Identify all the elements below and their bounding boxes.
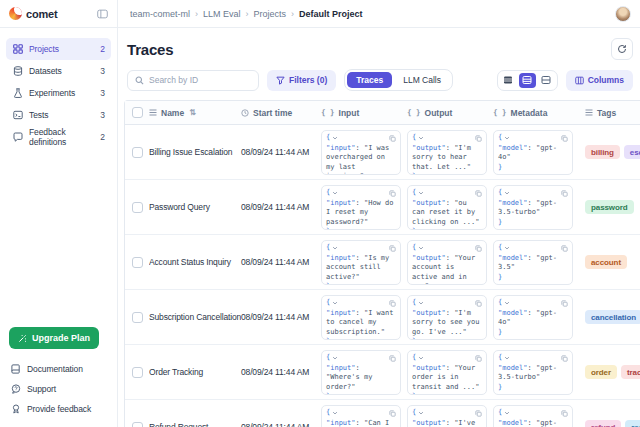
sidebar-item-feedback-definitions[interactable]: Feedback definitions 2 <box>6 126 111 148</box>
chevron-down-icon[interactable] <box>418 245 424 251</box>
density-compact-button[interactable] <box>500 73 517 88</box>
copy-icon[interactable] <box>561 190 568 197</box>
user-avatar[interactable] <box>615 6 631 22</box>
tag-chip[interactable]: request <box>625 420 640 427</box>
output-cell[interactable]: { "output": "I'm sorry to hear that. Let… <box>407 130 487 175</box>
metadata-cell[interactable]: { "model": "gpt-3.5-turbo" } <box>493 350 573 395</box>
tag-chip[interactable]: account <box>585 255 627 269</box>
copy-icon[interactable] <box>475 410 482 417</box>
chevron-down-icon[interactable] <box>504 135 510 141</box>
output-cell[interactable]: { "output": "Your account is active and … <box>407 240 487 285</box>
row-checkbox[interactable] <box>132 257 143 268</box>
trace-name[interactable]: Billing Issue Escalation <box>149 147 241 157</box>
copy-icon[interactable] <box>389 245 396 252</box>
row-checkbox[interactable] <box>132 422 143 427</box>
comet-logo[interactable]: comet <box>9 7 57 20</box>
copy-icon[interactable] <box>389 300 396 307</box>
copy-icon[interactable] <box>475 245 482 252</box>
upgrade-plan-button[interactable]: Upgrade Plan <box>9 327 99 349</box>
copy-icon[interactable] <box>561 410 568 417</box>
output-cell[interactable]: { "output": "I'm sorry to see you go. I'… <box>407 295 487 340</box>
copy-icon[interactable] <box>475 190 482 197</box>
column-header-output[interactable]: { } Output <box>407 108 493 118</box>
chevron-down-icon[interactable] <box>418 190 424 196</box>
metadata-cell[interactable]: { "model": "gpt-3.5-turbo" } <box>493 185 573 230</box>
copy-icon[interactable] <box>561 245 568 252</box>
sidebar-item-experiments[interactable]: Experiments 3 <box>6 82 111 104</box>
tab-traces[interactable]: Traces <box>347 72 392 88</box>
trace-name[interactable]: Subscription Cancellation <box>149 312 241 322</box>
metadata-cell[interactable]: { "model": "gpt-4o" } <box>493 295 573 340</box>
copy-icon[interactable] <box>475 135 482 142</box>
input-cell[interactable]: { "input": "I want to cancel my subscrip… <box>321 295 401 340</box>
row-checkbox[interactable] <box>132 367 143 378</box>
input-cell[interactable]: { "input": "Can I get a refund for my la… <box>321 405 401 427</box>
output-cell[interactable]: { "output": "ou can reset it by clicking… <box>407 185 487 230</box>
table-row[interactable]: Password Query 08/09/24 11:44 AM { "inpu… <box>125 180 640 235</box>
chevron-down-icon[interactable] <box>418 300 424 306</box>
sidebar-item-projects[interactable]: Projects 2 <box>6 38 111 60</box>
table-row[interactable]: Refund Request 08/09/24 11:44 AM { "inpu… <box>125 400 640 427</box>
tag-chip[interactable]: escalation <box>624 145 640 159</box>
columns-button[interactable]: Columns <box>566 70 633 91</box>
chevron-down-icon[interactable] <box>504 300 510 306</box>
column-header-tags[interactable]: Tags <box>579 108 640 118</box>
sidebar-item-provide-feedback[interactable]: Provide feedback <box>6 399 111 419</box>
input-cell[interactable]: { "input": "Is my account still active?"… <box>321 240 401 285</box>
sidebar-item-support[interactable]: Support <box>6 379 111 399</box>
tag-chip[interactable]: password <box>585 200 634 214</box>
copy-icon[interactable] <box>389 135 396 142</box>
chevron-down-icon[interactable] <box>332 190 338 196</box>
search-input[interactable] <box>149 75 251 85</box>
sidebar-item-datasets[interactable]: Datasets 3 <box>6 60 111 82</box>
tag-chip[interactable]: order <box>585 365 617 379</box>
breadcrumb-workspace[interactable]: team-comet-ml <box>130 9 190 19</box>
chevron-down-icon[interactable] <box>504 355 510 361</box>
chevron-down-icon[interactable] <box>504 245 510 251</box>
trace-name[interactable]: Password Query <box>149 202 241 212</box>
sidebar-item-documentation[interactable]: Documentation <box>6 359 111 379</box>
row-checkbox[interactable] <box>132 147 143 158</box>
trace-name[interactable]: Account Status Inquiry <box>149 257 241 267</box>
table-row[interactable]: Subscription Cancellation 08/09/24 11:44… <box>125 290 640 345</box>
tag-chip[interactable]: refund <box>585 420 621 427</box>
column-header-input[interactable]: { } Input <box>321 108 407 118</box>
row-checkbox[interactable] <box>132 202 143 213</box>
chevron-down-icon[interactable] <box>504 410 510 416</box>
search-box[interactable] <box>127 70 259 91</box>
sidebar-toggle-icon[interactable] <box>97 9 108 19</box>
chevron-down-icon[interactable] <box>418 410 424 416</box>
copy-icon[interactable] <box>475 300 482 307</box>
column-header-start-time[interactable]: Start time <box>241 108 321 118</box>
input-cell[interactable]: { "input": "How do I reset my password?"… <box>321 185 401 230</box>
metadata-cell[interactable]: { "model": "gpt-3.5" } <box>493 405 573 427</box>
select-all-checkbox[interactable] <box>132 107 143 118</box>
density-tall-button[interactable] <box>538 73 555 88</box>
chevron-down-icon[interactable] <box>332 410 338 416</box>
row-checkbox[interactable] <box>132 312 143 323</box>
breadcrumb-llm-eval[interactable]: LLM Eval <box>203 9 241 19</box>
metadata-cell[interactable]: { "model": "gpt-3.5" } <box>493 240 573 285</box>
filters-button[interactable]: Filters (0) <box>267 70 336 91</box>
column-header-name[interactable]: Name ⇅ <box>149 108 241 118</box>
copy-icon[interactable] <box>389 410 396 417</box>
tag-chip[interactable]: billing <box>585 145 620 159</box>
sidebar-item-tests[interactable]: Tests 3 <box>6 104 111 126</box>
tab-llm-calls[interactable]: LLM Calls <box>394 72 450 88</box>
tag-chip[interactable]: tracking <box>621 365 640 379</box>
chevron-down-icon[interactable] <box>418 135 424 141</box>
copy-icon[interactable] <box>389 190 396 197</box>
chevron-down-icon[interactable] <box>504 190 510 196</box>
input-cell[interactable]: { "input": "Where's my order?" } <box>321 350 401 395</box>
table-row[interactable]: Billing Issue Escalation 08/09/24 11:44 … <box>125 125 640 180</box>
column-header-metadata[interactable]: { } Metadata <box>493 108 579 118</box>
trace-name[interactable]: Order Tracking <box>149 367 241 377</box>
sort-icon[interactable]: ⇅ <box>189 108 196 117</box>
table-row[interactable]: Account Status Inquiry 08/09/24 11:44 AM… <box>125 235 640 290</box>
copy-icon[interactable] <box>475 355 482 362</box>
trace-name[interactable]: Refund Request <box>149 422 241 427</box>
refresh-button[interactable] <box>611 38 633 60</box>
input-cell[interactable]: { "input": "I was overcharged on my last… <box>321 130 401 175</box>
chevron-down-icon[interactable] <box>418 355 424 361</box>
chevron-down-icon[interactable] <box>332 135 338 141</box>
